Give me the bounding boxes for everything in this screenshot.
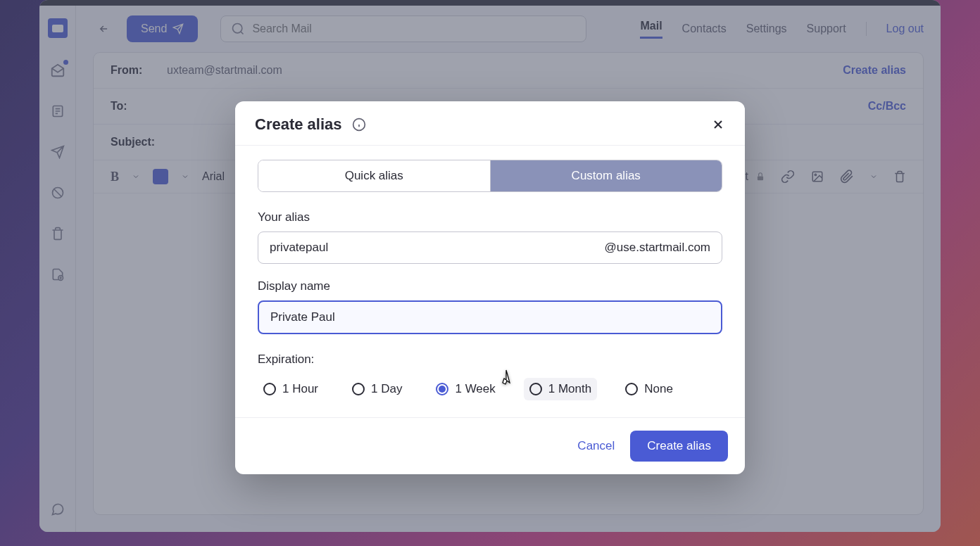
expiration-1day[interactable]: 1 Day (346, 378, 408, 400)
create-alias-modal: Create alias Quick alias Custom alias Yo… (235, 101, 745, 474)
modal-title: Create alias (255, 115, 342, 134)
info-icon[interactable] (352, 118, 366, 132)
alias-label: Your alias (258, 210, 722, 224)
radio-label: 1 Day (371, 382, 402, 396)
expiration-1hour[interactable]: 1 Hour (258, 378, 324, 400)
alias-domain-suffix: @use.startmail.com (605, 241, 710, 255)
radio-icon (352, 383, 365, 395)
modal-footer: Cancel Create alias (235, 417, 745, 474)
alias-input-wrapper[interactable]: @use.startmail.com (258, 231, 722, 264)
radio-icon (625, 383, 638, 395)
radio-label: 1 Month (548, 382, 591, 396)
expiration-label: Expiration: (258, 353, 722, 367)
expiration-1month[interactable]: 1 Month (524, 378, 597, 400)
radio-icon (436, 383, 448, 395)
display-name-label: Display name (258, 279, 722, 293)
radio-label: None (644, 382, 673, 396)
modal-body: Quick alias Custom alias Your alias @use… (235, 146, 745, 417)
create-alias-button[interactable]: Create alias (630, 431, 728, 462)
expiration-1week[interactable]: 1 Week (430, 378, 501, 400)
modal-header: Create alias (235, 101, 745, 146)
expiration-none[interactable]: None (620, 378, 679, 400)
tab-quick-alias[interactable]: Quick alias (258, 160, 491, 191)
radio-icon (263, 383, 276, 395)
modal-overlay[interactable]: Create alias Quick alias Custom alias Yo… (0, 0, 980, 546)
cancel-button[interactable]: Cancel (577, 439, 615, 453)
radio-label: 1 Week (455, 382, 495, 396)
close-button[interactable] (711, 118, 725, 132)
alias-input[interactable] (270, 241, 605, 255)
radio-icon (529, 383, 542, 395)
tab-custom-alias[interactable]: Custom alias (491, 160, 722, 191)
display-name-input[interactable] (258, 300, 722, 334)
alias-type-tabs: Quick alias Custom alias (258, 160, 722, 192)
radio-label: 1 Hour (282, 382, 318, 396)
expiration-options: 1 Hour 1 Day 1 Week 1 Month None (258, 378, 722, 400)
